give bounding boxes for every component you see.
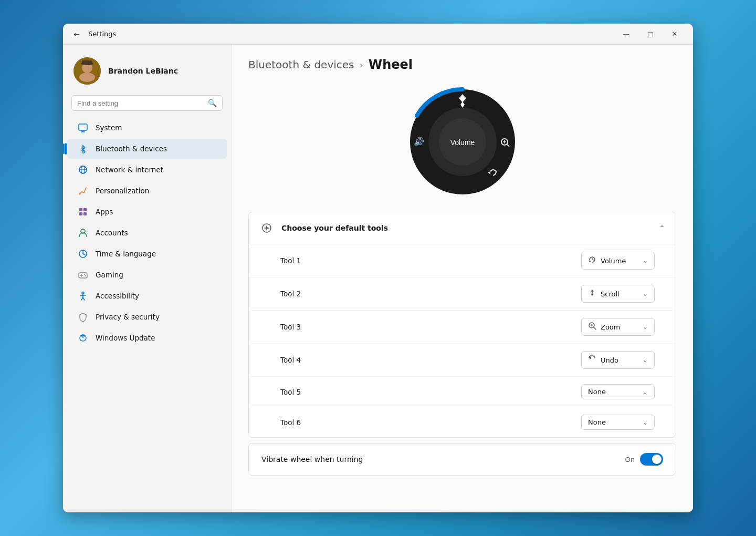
svg-rect-16 (83, 208, 87, 211)
vibrate-label: Vibrate wheel when turning (261, 455, 625, 463)
settings-window: ← Settings — □ ✕ (63, 24, 693, 512)
wheel-diagram: Volume (407, 87, 518, 197)
tool-1-value-icon (588, 255, 596, 266)
tool-3-select[interactable]: Zoom ⌄ (581, 318, 655, 336)
titlebar: ← Settings — □ ✕ (63, 24, 693, 45)
svg-marker-47 (591, 294, 594, 296)
breadcrumb-current: Wheel (369, 57, 413, 72)
tool-1-select[interactable]: Volume ⌄ (581, 252, 655, 270)
minimize-button[interactable]: — (614, 26, 638, 43)
tool-2-value: Scroll (601, 290, 638, 298)
tool-4-select[interactable]: Undo ⌄ (581, 351, 655, 369)
tool-6-chevron-icon: ⌄ (643, 419, 648, 426)
tools-header-icon (259, 221, 274, 235)
tools-card-header[interactable]: Choose your default tools ⌃ (249, 212, 676, 244)
tool-2-value-icon (588, 288, 596, 299)
svg-line-50 (594, 327, 596, 329)
tool-3-value: Zoom (601, 323, 638, 331)
tool-row-3: Tool 3 Zoom ⌄ (249, 311, 676, 344)
tools-chevron-icon: ⌃ (659, 224, 665, 232)
tool-row-1: Tool 1 Volume ⌄ (249, 244, 676, 277)
sidebar-label-personalization: Personalization (96, 187, 149, 195)
accessibility-icon (78, 291, 88, 301)
username: Brandon LeBlanc (108, 67, 178, 75)
tool-4-value: Undo (601, 356, 638, 364)
tool-6-label: Tool 6 (280, 418, 581, 427)
sidebar-item-privacy[interactable]: Privacy & security (67, 307, 227, 327)
svg-rect-15 (79, 208, 82, 211)
window-content: Brandon LeBlanc 🔍 System Bluetooth & dev… (63, 45, 693, 512)
wheel-diagram-container: Volume (248, 87, 676, 197)
vibrate-status: On (625, 456, 635, 463)
vibrate-toggle[interactable] (640, 453, 663, 466)
svg-point-27 (85, 275, 86, 276)
tool-row-6: Tool 6 None ⌄ (249, 407, 676, 437)
search-box[interactable]: 🔍 (71, 95, 223, 111)
tools-card: Choose your default tools ⌃ Tool 1 Volum… (248, 212, 676, 438)
maximize-button[interactable]: □ (638, 26, 663, 43)
svg-line-22 (83, 254, 85, 255)
svg-point-14 (79, 193, 81, 195)
svg-line-31 (81, 297, 83, 300)
tool-5-select[interactable]: None ⌄ (581, 384, 655, 399)
sidebar-item-gaming[interactable]: Gaming (67, 265, 227, 285)
svg-point-26 (84, 274, 85, 275)
sidebar-label-accessibility: Accessibility (96, 292, 139, 300)
close-button[interactable]: ✕ (663, 26, 687, 43)
search-input[interactable] (77, 99, 204, 107)
apps-icon (78, 207, 88, 217)
tool-6-value: None (588, 418, 638, 426)
tool-row-5: Tool 5 None ⌄ (249, 377, 676, 407)
toggle-thumb (652, 455, 662, 464)
sidebar-label-system: System (96, 123, 122, 132)
time-icon (78, 249, 88, 259)
breadcrumb: Bluetooth & devices › Wheel (248, 57, 676, 72)
network-icon (78, 164, 88, 175)
sidebar-item-network[interactable]: Network & internet (67, 160, 227, 180)
svg-rect-5 (79, 124, 87, 130)
update-icon (78, 333, 88, 343)
sidebar-item-accounts[interactable]: Accounts (67, 223, 227, 243)
sidebar-item-update[interactable]: Windows Update (67, 328, 227, 348)
sidebar-label-gaming: Gaming (96, 271, 123, 279)
user-profile[interactable]: Brandon LeBlanc (63, 51, 231, 95)
system-icon (78, 122, 88, 133)
sidebar-item-system[interactable]: System (67, 118, 227, 138)
svg-text:🔊: 🔊 (414, 137, 424, 147)
tool-3-value-icon (588, 322, 596, 332)
sidebar: Brandon LeBlanc 🔍 System Bluetooth & dev… (63, 45, 231, 512)
vibrate-card: Vibrate wheel when turning On (248, 443, 676, 476)
main-content: Bluetooth & devices › Wheel Volume (231, 45, 693, 512)
tool-row-4: Tool 4 Undo ⌄ (249, 344, 676, 377)
gaming-icon (78, 270, 88, 280)
svg-point-2 (79, 73, 95, 82)
tool-5-value: None (588, 388, 638, 396)
wheel-svg: Volume (407, 87, 518, 197)
titlebar-controls: — □ ✕ (614, 26, 687, 43)
bluetooth-icon (78, 143, 88, 154)
sidebar-item-time[interactable]: Time & language (67, 244, 227, 264)
tool-6-select[interactable]: None ⌄ (581, 415, 655, 430)
sidebar-item-personalization[interactable]: Personalization (67, 181, 227, 201)
accounts-icon (78, 228, 88, 238)
avatar-image (74, 57, 101, 85)
sidebar-item-bluetooth[interactable]: Bluetooth & devices (67, 139, 227, 159)
back-button[interactable]: ← (69, 27, 84, 42)
tool-3-label: Tool 3 (280, 323, 581, 331)
tool-4-chevron-icon: ⌄ (643, 356, 648, 364)
svg-marker-46 (591, 290, 594, 292)
sidebar-item-apps[interactable]: Apps (67, 202, 227, 222)
tool-2-label: Tool 2 (280, 290, 581, 298)
sidebar-label-time: Time & language (96, 250, 156, 258)
sidebar-item-accessibility[interactable]: Accessibility (67, 286, 227, 306)
tool-5-label: Tool 5 (280, 388, 581, 396)
tool-2-select[interactable]: Scroll ⌄ (581, 285, 655, 303)
svg-line-32 (83, 297, 85, 300)
sidebar-label-network: Network & internet (96, 166, 163, 174)
tools-header-title: Choose your default tools (281, 224, 652, 232)
privacy-icon (78, 312, 88, 322)
breadcrumb-separator: › (360, 59, 363, 70)
breadcrumb-parent[interactable]: Bluetooth & devices (248, 58, 354, 71)
svg-text:Volume: Volume (450, 138, 475, 147)
svg-rect-17 (79, 212, 82, 215)
